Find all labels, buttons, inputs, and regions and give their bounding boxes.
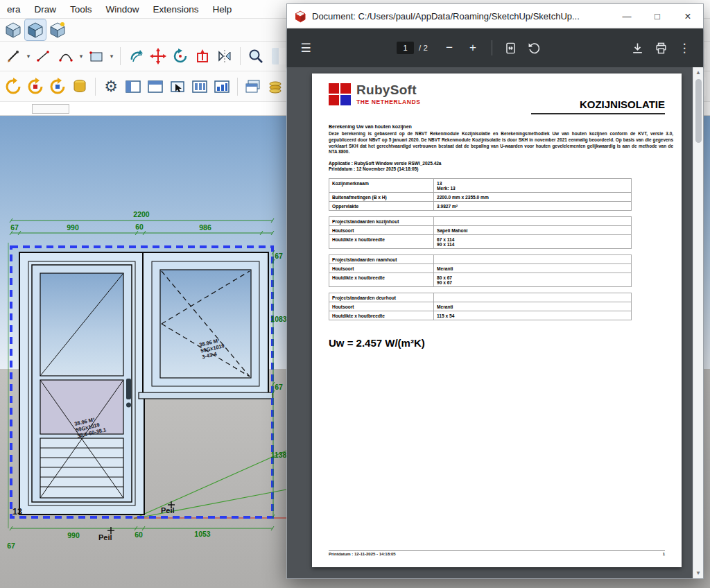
menu-item-window[interactable]: Window [99, 4, 146, 15]
door-drawing[interactable] [19, 252, 144, 514]
minimize-button[interactable]: — [612, 4, 642, 28]
mirror-tool-icon[interactable] [214, 46, 235, 67]
database-icon[interactable] [69, 76, 90, 97]
front-view-icon[interactable] [25, 19, 46, 40]
table-row: Oppervlakte3.9827 m² [329, 202, 632, 211]
pdf-toolbar: ☰ 1 / 2 − + ⋮ [287, 28, 703, 67]
dim-bottom-990: 990 [67, 531, 80, 539]
peil-label-lower: Peil [98, 533, 112, 542]
close-button[interactable]: × [673, 4, 703, 28]
dim-top-total: 2200 [133, 210, 150, 218]
scroll-up-icon[interactable]: ▲ [693, 67, 704, 78]
dim-right-1138: 1138 [271, 451, 287, 459]
dim-right-1083: 1083 [270, 315, 287, 323]
pdf-header: RubySoft THE NETHERLANDS KOZIJNISOLATIE [329, 83, 665, 114]
zoom-tool-icon[interactable] [245, 46, 266, 67]
print-icon[interactable] [649, 36, 673, 60]
dim-top-990: 990 [67, 223, 79, 232]
dim-top-986: 986 [199, 223, 211, 232]
brand-name: RubySoft [356, 83, 421, 97]
move-tool-icon[interactable] [148, 46, 168, 67]
menu-icon[interactable]: ☰ [294, 36, 318, 60]
document-title: KOZIJNISOLATIE [531, 98, 665, 114]
window-top-panel-icon[interactable] [145, 76, 166, 97]
printdate-line: Printdatum : 12 November 2025 (14:18:05) [329, 166, 665, 171]
menu-item-draw[interactable]: Draw [28, 4, 64, 15]
window-columns-icon[interactable] [189, 76, 210, 97]
pdf-scrollbar[interactable]: ▲ ▼ [693, 67, 703, 578]
offset-tool-icon[interactable] [125, 46, 146, 67]
chevron-down-icon[interactable]: ▾ [25, 53, 32, 60]
iso-view-icon[interactable] [3, 19, 24, 40]
rubysoft-logo [329, 83, 351, 105]
rectangle-tool-icon[interactable] [86, 46, 107, 67]
chevron-down-icon[interactable]: ▾ [108, 53, 115, 60]
dialog-titlebar[interactable]: Document: C:/Users/paul/AppData/Roaming/… [287, 4, 703, 28]
menu-item-camera[interactable]: era [0, 4, 28, 15]
stacked-windows-icon[interactable] [243, 76, 263, 97]
download-icon[interactable] [625, 36, 649, 60]
spec-table: Kozijnmerknaam13Merk: 13 Buitenafmetinge… [329, 179, 632, 320]
menu-item-tools[interactable]: Tools [63, 4, 99, 15]
table-row: Houtdikte x houtbreedte115 x 54 [329, 311, 632, 320]
empty-toolbar-dock [32, 104, 69, 114]
window-left-panel-icon[interactable] [123, 76, 144, 97]
screen: era Draw Tools Window Extensions Help ▾ [0, 0, 710, 588]
reload-yellow-icon[interactable] [25, 76, 46, 97]
window-drawing[interactable] [139, 252, 272, 399]
table-row: Kozijnmerknaam13Merk: 13 [329, 179, 632, 193]
sketchup-logo-icon [294, 10, 306, 23]
coins-icon[interactable] [265, 76, 286, 97]
dim-bottom-1053: 1053 [194, 530, 211, 538]
chevron-down-icon[interactable]: ▾ [78, 53, 85, 60]
fit-page-button[interactable] [499, 36, 523, 60]
dialog-title: Document: C:/Users/paul/AppData/Roaming/… [312, 11, 612, 21]
footer-printdate: Printdatum : 12-11-2025 - 14:18:05 [329, 552, 396, 556]
gear-icon[interactable]: ⚙ [101, 76, 121, 97]
refresh-yellow-icon[interactable] [3, 76, 24, 97]
dim-bottom-left-67: 67 [7, 542, 15, 550]
maximize-button[interactable]: □ [642, 4, 673, 28]
rotate-icon[interactable] [523, 36, 546, 60]
pdf-viewport[interactable]: RubySoft THE NETHERLANDS KOZIJNISOLATIE … [287, 67, 703, 578]
table-row: Houtdikte x houtbreedte80 x 6790 x 67 [329, 273, 632, 287]
zoom-out-button[interactable]: − [438, 36, 461, 60]
dim-right-67b: 67 [275, 383, 283, 391]
pdf-page: RubySoft THE NETHERLANDS KOZIJNISOLATIE … [312, 74, 682, 567]
scrollbar-thumb[interactable] [695, 79, 702, 143]
freehand-tool-icon[interactable] [3, 46, 24, 67]
dim-top-left-67: 67 [10, 223, 19, 232]
report-heading: Berekening Uw van houten kozijnen [329, 124, 665, 129]
rotate-tool-icon[interactable] [170, 46, 191, 67]
select-window-icon[interactable] [167, 76, 188, 97]
scroll-down-icon[interactable]: ▼ [693, 568, 704, 578]
line-tool-icon[interactable] [33, 46, 54, 67]
top-view-icon[interactable] [47, 19, 68, 40]
report-body-text: Deze berekening is gebaseerd op de NBVT … [329, 131, 673, 155]
sync-yellow-icon[interactable] [47, 76, 68, 97]
mark-label: 13 [12, 507, 22, 517]
brand-subtitle: THE NETHERLANDS [356, 98, 421, 105]
uw-result: Uw = 2.457 W/(m²K) [329, 337, 665, 349]
more-options-icon[interactable]: ⋮ [673, 36, 696, 60]
window-chart-icon[interactable] [211, 76, 232, 97]
pdf-footer: Printdatum : 12-11-2025 - 14:18:05 1 [329, 550, 665, 556]
page-number-input[interactable]: 1 [397, 42, 414, 54]
footer-page-number: 1 [663, 552, 665, 556]
page-total-label: / 2 [419, 44, 428, 52]
window-controls: — □ × [612, 4, 703, 28]
table-row: Houtdikte x houtbreedte67 x 11490 x 114 [329, 235, 632, 249]
menu-item-help[interactable]: Help [206, 4, 239, 15]
application-line: Applicatie : RubySoft Window versie RSWI… [329, 161, 665, 166]
zoom-in-button[interactable]: + [461, 36, 485, 60]
dim-top-60: 60 [135, 223, 144, 231]
dim-right-67a: 67 [275, 252, 283, 260]
document-dialog: Document: C:/Users/paul/AppData/Roaming/… [286, 3, 704, 579]
dim-bottom-60: 60 [135, 530, 143, 539]
peil-label-upper: Peil [161, 506, 175, 514]
menu-item-extensions[interactable]: Extensions [146, 4, 206, 15]
arc-tool-icon[interactable] [55, 46, 76, 67]
pushpull-tool-icon[interactable] [192, 46, 213, 67]
